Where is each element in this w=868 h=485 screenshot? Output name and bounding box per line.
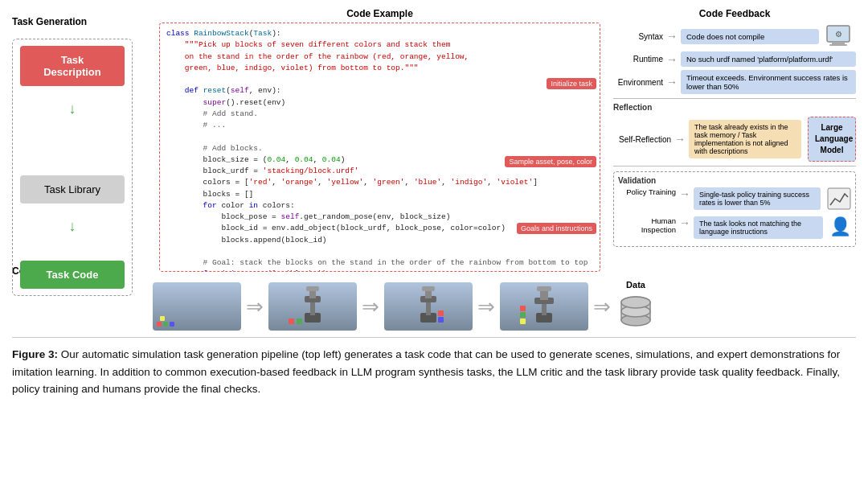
task-description-box: Task Description [20,46,125,86]
llm-label2: Language [815,134,849,145]
svg-rect-23 [537,286,551,291]
task-generation-title: Task Generation [12,16,87,27]
svg-text:⚙: ⚙ [835,30,842,39]
code-line-2: """Pick up blocks of seven different col… [166,39,593,51]
svg-rect-16 [422,286,435,291]
code-line-1: class RainbowStack(Task): [166,28,593,39]
human-inspection-label: Human Inspection [618,216,676,234]
code-line-15: blocks = [] [166,189,593,200]
exec-scene-1 [153,282,241,331]
svg-rect-25 [520,312,526,318]
feedback-grid: Syntax → Code does not compile ⚙ Runtime [613,24,856,94]
reflection-arrow: → [674,133,686,146]
caption-text: Figure 3: Our automatic simulation task … [12,346,856,398]
syntax-row: Syntax → Code does not compile ⚙ [613,24,856,48]
svg-rect-1 [832,42,845,44]
self-reflection-row: Self-Reflection → The task already exist… [613,117,856,162]
code-line-20 [166,246,593,257]
runtime-arrow: → [666,53,678,66]
sample-label: Sample asset, pose, color [505,156,596,167]
runtime-fb: No such urdf named 'platform/platform.ur… [681,51,856,67]
code-line-11: # Add blocks. [166,143,593,154]
left-section: Task Generation Task Description ↓ Task … [12,8,153,322]
robot-arm-2 [396,285,461,329]
svg-rect-17 [438,317,444,323]
environment-arrow: → [666,76,678,88]
code-line-10 [166,131,593,142]
code-line-3: on the stand in the order of the rainbow… [166,51,593,63]
svg-rect-13 [426,301,431,315]
human-arrow: → [679,216,690,229]
policy-fb: Single-task policy training success rate… [694,187,821,210]
svg-rect-10 [289,319,294,324]
figure-label: Figure 3: [12,348,58,360]
initialize-label: Initialize task [547,78,596,89]
svg-rect-9 [306,286,319,291]
validation-title: Validation [618,176,851,185]
reflection-fb: The task already exists in the task memo… [689,120,801,158]
svg-rect-24 [520,319,526,324]
diagram-area: Task Generation Task Description ↓ Task … [12,8,856,322]
runtime-label: Runtime [613,55,663,64]
code-line-7: super().reset(env) [166,97,593,109]
svg-rect-4 [828,188,850,209]
validation-block: Validation Policy Training → Single-task… [613,171,856,247]
environment-row: Environment → Timeout exceeds. Environme… [613,70,856,94]
main-container: Task Generation Task Description ↓ Task … [0,0,868,406]
svg-rect-26 [520,306,526,311]
person-icon: 👤 [829,216,851,237]
code-line-8: # Add stand. [166,109,593,120]
llm-box: Large Language Model [808,117,856,162]
code-line-16: for color in colors: [166,200,593,212]
task-library-box: Task Library [20,175,125,203]
middle-section: Code Example class RainbowStack(Task): "… [153,8,607,322]
environment-label: Environment [613,78,663,87]
code-line-17: block_pose = self.get_random_pose(env, b… [166,212,593,223]
self-reflection-label: Self-Reflection [613,135,671,144]
human-fb: The task looks not matching the language… [694,216,823,239]
chart-icon [827,187,851,213]
task-code-box: Task Code [20,261,125,289]
reflection-title: Reflection [613,103,856,112]
exec-scene-2 [268,282,357,331]
code-line-19: blocks.append(block_id) [166,235,593,246]
policy-training-label: Policy Training [618,187,676,196]
llm-label1: Large [815,122,849,134]
exec-scene-4 [500,282,588,331]
runtime-row: Runtime → No such urdf named 'platform/p… [613,51,856,67]
environment-fb: Timeout exceeds. Environment success rat… [681,70,856,94]
code-line-4: green, blue, indigo, violet) from bottom… [166,63,593,74]
code-line-9: # ... [166,120,593,131]
svg-rect-2 [829,44,847,46]
code-line-6: def reset(self, env): [166,85,593,97]
svg-rect-20 [542,302,547,315]
monitor-icon: ⚙ [825,24,856,48]
policy-row: Policy Training → Single-task policy tra… [618,187,851,213]
human-row: Human Inspection → The task looks not ma… [618,216,851,239]
caption-area: Figure 3: Our automatic simulation task … [12,337,856,398]
code-feedback-title: Code Feedback [613,8,856,19]
code-line-14: colors = ['red', 'orange', 'yellow', 'gr… [166,177,593,188]
code-line-21: # Goal: stack the blocks on the stand in… [166,257,593,269]
divider2 [613,166,856,166]
svg-rect-18 [438,310,444,316]
svg-rect-6 [310,301,315,315]
right-section: Code Feedback Syntax → Code does not com… [607,8,856,322]
syntax-label: Syntax [613,32,663,41]
policy-arrow: → [679,187,690,200]
code-line-22: for i in range(len(blocks)): [166,269,593,272]
robot-arm-3 [512,285,576,329]
goals-label: Goals and instructions [517,223,596,234]
caption-body: Our automatic simulation task generation… [12,348,840,395]
svg-rect-11 [297,319,302,324]
robot-arm-1 [280,285,345,329]
divider1 [613,98,856,99]
code-line-13: block_urdf = 'stacking/block.urdf' [166,166,593,177]
exec-scene-3 [384,282,473,331]
reflection-block: Reflection Self-Reflection → The task al… [613,103,856,162]
syntax-arrow: → [666,30,678,43]
syntax-fb: Code does not compile [681,29,819,44]
down-arrow-left1: ↓ [69,101,76,117]
code-box: class RainbowStack(Task): """Pick up blo… [159,23,600,272]
code-example-title: Code Example [159,8,600,19]
